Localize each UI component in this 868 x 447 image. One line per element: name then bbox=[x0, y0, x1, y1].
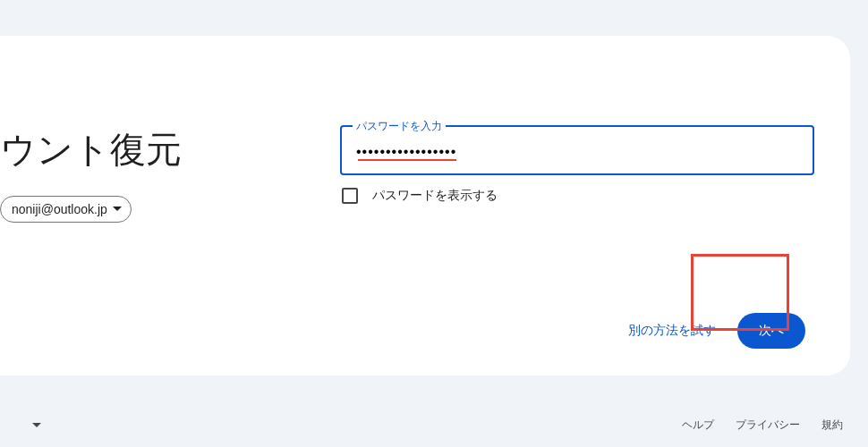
password-label: パスワードを入力 bbox=[353, 119, 446, 134]
try-other-link[interactable]: 別の方法を試す bbox=[628, 323, 716, 339]
chevron-down-icon bbox=[32, 418, 41, 431]
left-column: ウント復元 noniji@outlook.jp bbox=[0, 125, 304, 349]
language-selector[interactable] bbox=[25, 411, 48, 438]
signin-card: ウント復元 noniji@outlook.jp パスワードを入力 パスワードを表… bbox=[0, 36, 850, 375]
action-row: 別の方法を試す 次へ bbox=[340, 313, 814, 349]
show-password-row: パスワードを表示する bbox=[342, 188, 814, 204]
password-field-container: パスワードを入力 bbox=[340, 125, 814, 175]
spellcheck-underline bbox=[358, 159, 456, 161]
show-password-label: パスワードを表示する bbox=[372, 188, 498, 204]
help-link[interactable]: ヘルプ bbox=[682, 417, 714, 433]
show-password-checkbox[interactable] bbox=[342, 188, 358, 204]
next-button[interactable]: 次へ bbox=[737, 313, 805, 349]
page-title: ウント復元 bbox=[0, 125, 304, 174]
account-email: noniji@outlook.jp bbox=[12, 202, 107, 216]
card-content: ウント復元 noniji@outlook.jp パスワードを入力 パスワードを表… bbox=[0, 36, 850, 375]
privacy-link[interactable]: プライバシー bbox=[736, 417, 800, 433]
terms-link[interactable]: 規約 bbox=[821, 417, 843, 433]
chevron-down-icon bbox=[113, 207, 122, 212]
account-chip[interactable]: noniji@outlook.jp bbox=[0, 196, 132, 223]
footer-bar: ヘルプ プライバシー 規約 bbox=[0, 411, 868, 438]
right-column: パスワードを入力 パスワードを表示する 別の方法を試す 次へ bbox=[340, 125, 814, 349]
